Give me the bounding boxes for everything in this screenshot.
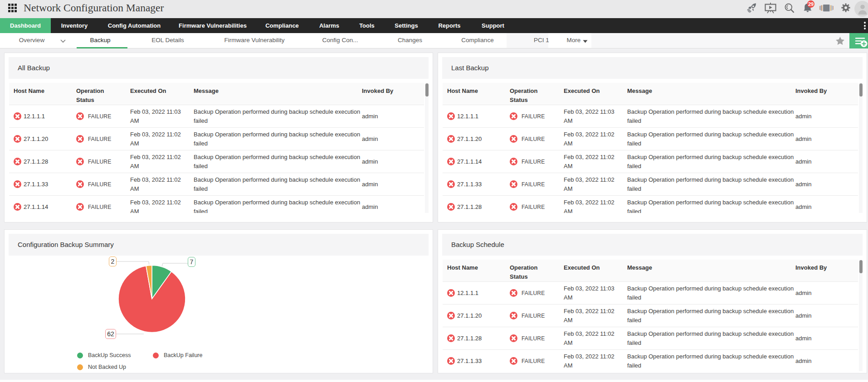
- svg-text:29: 29: [808, 1, 814, 7]
